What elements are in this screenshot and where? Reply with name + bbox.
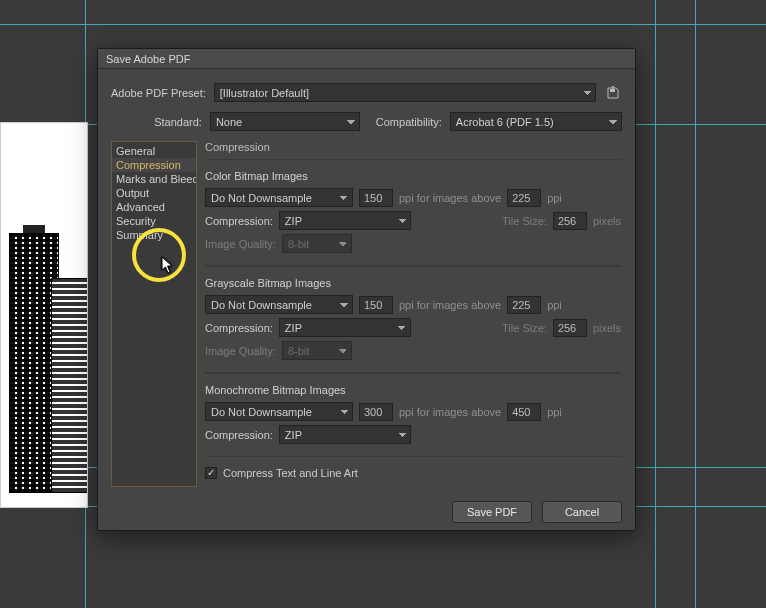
standard-select[interactable]: None [210,112,360,131]
sidebar-item-label: Compression [116,159,181,171]
button-label: Save PDF [467,506,517,518]
preset-select[interactable]: [Illustrator Default] [214,83,596,102]
tile-size-label: Tile Size: [502,322,547,334]
tile-size-label: Tile Size: [502,215,547,227]
sidebar-item-label: Summary [116,229,163,241]
sidebar-item-label: Marks and Bleeds [116,173,196,185]
mono-bitmap-group: Monochrome Bitmap Images Do Not Downsamp… [205,373,621,457]
save-pdf-button[interactable]: Save PDF [452,501,532,523]
category-sidebar: General Compression Marks and Bleeds Out… [111,141,197,487]
guide-vertical [695,0,696,608]
tile-size-input-color [553,212,587,230]
compress-text-label: Compress Text and Line Art [223,467,358,479]
ppi-input-mono[interactable] [359,403,393,421]
compatibility-select[interactable]: Acrobat 6 (PDF 1.5) [450,112,622,131]
sidebar-item-advanced[interactable]: Advanced [112,200,196,214]
compression-label: Compression: [205,215,273,227]
gray-bitmap-group: Grayscale Bitmap Images Do Not Downsampl… [205,266,621,373]
panel-title: Compression [205,141,621,153]
save-adobe-pdf-dialog: Save Adobe PDF Adobe PDF Preset: [Illust… [97,48,636,531]
sidebar-item-output[interactable]: Output [112,186,196,200]
image-quality-select-color: 8-bit [282,234,352,253]
pixels-unit: pixels [593,215,621,227]
pixels-unit: pixels [593,322,621,334]
save-preset-icon[interactable] [604,84,622,102]
group-label-color: Color Bitmap Images [205,170,621,182]
preset-label: Adobe PDF Preset: [111,87,206,99]
color-bitmap-group: Color Bitmap Images Do Not Downsample pp… [205,159,621,266]
group-label-mono: Monochrome Bitmap Images [205,384,621,396]
ppi-unit: ppi [547,406,562,418]
compression-panel: Compression Color Bitmap Images Do Not D… [205,141,625,487]
downsample-select-color[interactable]: Do Not Downsample [205,188,353,207]
sidebar-item-label: Advanced [116,201,165,213]
sidebar-item-summary[interactable]: Summary [112,228,196,242]
ppi-above-label: ppi for images above [399,299,501,311]
sidebar-item-label: Output [116,187,149,199]
ppi-above-input-gray[interactable] [507,296,541,314]
compression-label: Compression: [205,322,273,334]
sidebar-item-label: Security [116,215,156,227]
svg-rect-0 [610,89,615,92]
tile-size-input-gray [553,319,587,337]
compression-select-gray[interactable]: ZIP [279,318,411,337]
downsample-select-gray[interactable]: Do Not Downsample [205,295,353,314]
compatibility-label: Compatibility: [376,116,442,128]
downsample-select-mono[interactable]: Do Not Downsample [205,402,353,421]
compression-label: Compression: [205,429,273,441]
standard-label: Standard: [154,116,202,128]
image-quality-label: Image Quality: [205,345,276,357]
sidebar-item-general[interactable]: General [112,144,196,158]
group-label-gray: Grayscale Bitmap Images [205,277,621,289]
ppi-above-input-mono[interactable] [507,403,541,421]
dialog-titlebar[interactable]: Save Adobe PDF [98,49,635,69]
ppi-above-label: ppi for images above [399,192,501,204]
ppi-above-input-color[interactable] [507,189,541,207]
ppi-input-gray[interactable] [359,296,393,314]
sidebar-item-marks-bleeds[interactable]: Marks and Bleeds [112,172,196,186]
guide-horizontal [0,24,766,25]
checkbox-icon[interactable]: ✓ [205,467,217,479]
image-quality-select-gray: 8-bit [282,341,352,360]
image-quality-label: Image Quality: [205,238,276,250]
compression-select-color[interactable]: ZIP [279,211,411,230]
ppi-input-color[interactable] [359,189,393,207]
compression-select-mono[interactable]: ZIP [279,425,411,444]
sidebar-item-label: General [116,145,155,157]
artboard-preview [0,122,88,508]
dialog-title: Save Adobe PDF [106,53,190,65]
ppi-unit: ppi [547,192,562,204]
cancel-button[interactable]: Cancel [542,501,622,523]
button-label: Cancel [565,506,599,518]
guide-vertical [655,0,656,608]
sidebar-item-security[interactable]: Security [112,214,196,228]
sidebar-item-compression[interactable]: Compression [112,158,196,172]
ppi-above-label: ppi for images above [399,406,501,418]
compress-text-row[interactable]: ✓ Compress Text and Line Art [205,467,621,479]
ppi-unit: ppi [547,299,562,311]
